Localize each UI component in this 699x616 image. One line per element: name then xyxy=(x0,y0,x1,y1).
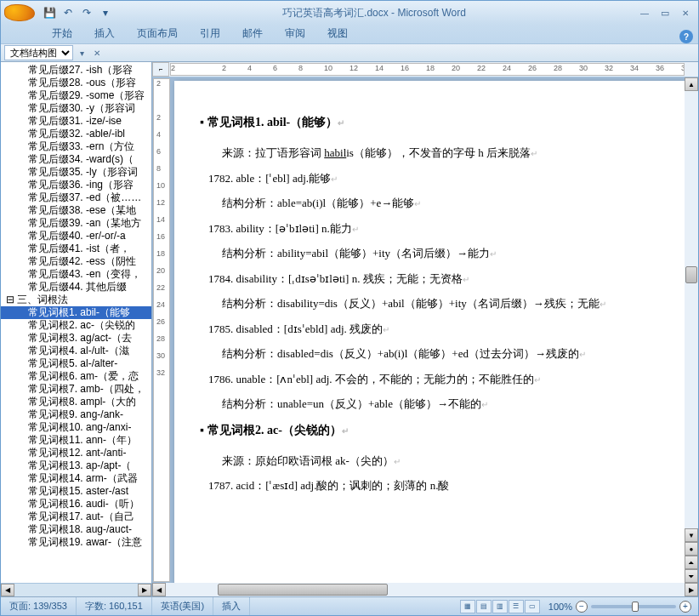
zoom-in-button[interactable]: + xyxy=(679,601,691,613)
nav-section[interactable]: 三、词根法 xyxy=(1,294,151,306)
nav-item[interactable]: 常见词根3. ag/act-（去 xyxy=(1,332,151,345)
nav-item[interactable]: 常见后缀34. -ward(s)（ xyxy=(1,153,151,166)
nav-item[interactable]: 常见后缀30. -y（形容词 xyxy=(1,102,151,115)
scroll-down-icon[interactable]: ▼ xyxy=(685,528,698,542)
nav-item[interactable]: 常见后缀40. -er/-or/-a xyxy=(1,230,151,242)
vertical-ruler[interactable]: 22468101214161820222426283032 xyxy=(153,78,170,582)
zoom-out-button[interactable]: − xyxy=(576,601,588,613)
zoom-handle[interactable] xyxy=(632,602,639,612)
nav-item[interactable]: 常见词根19. awar-（注意 xyxy=(1,536,151,549)
status-language[interactable]: 英语(美国) xyxy=(152,597,213,615)
status-page[interactable]: 页面: 139/353 xyxy=(1,597,77,615)
nav-item[interactable]: 常见后缀37. -ed（被…… xyxy=(1,191,151,204)
nav-item[interactable]: 常见词根6. am-（爱，恋 xyxy=(1,370,151,383)
tab-view[interactable]: 视图 xyxy=(317,24,358,43)
nav-item[interactable]: 常见词根10. ang-/anxi- xyxy=(1,421,151,434)
status-insert-mode[interactable]: 插入 xyxy=(213,597,250,615)
nav-item[interactable]: 常见词根18. aug-/auct- xyxy=(1,523,151,536)
scroll-right-icon[interactable]: ▶ xyxy=(685,583,698,596)
redo-icon[interactable]: ↷ xyxy=(79,5,94,20)
tab-insert[interactable]: 插入 xyxy=(84,24,125,43)
zoom-slider[interactable] xyxy=(591,605,676,608)
nav-item[interactable]: 常见词根1. abil-（能够 xyxy=(1,306,151,319)
tab-layout[interactable]: 页面布局 xyxy=(127,24,188,43)
horizontal-ruler[interactable]: 22468101214161820222426283032343638 xyxy=(170,63,685,76)
nav-item[interactable]: 常见词根8. ampl-（大的 xyxy=(1,396,151,408)
office-logo-icon[interactable] xyxy=(4,4,35,21)
nav-mode-select[interactable]: 文档结构图 xyxy=(4,45,73,60)
nav-item[interactable]: 常见后缀35. -ly（形容词 xyxy=(1,166,151,179)
entry-1784: 1784. disability：[ˌdɪsəˈbɪləti] n. 残疾；无能… xyxy=(208,271,668,288)
browse-object-icon[interactable]: ● xyxy=(685,542,698,556)
help-icon[interactable]: ? xyxy=(679,30,693,43)
ruler-toggle-icon[interactable]: ⌐ xyxy=(152,62,169,77)
nav-item[interactable]: 常见词根14. arm-（武器 xyxy=(1,472,151,485)
status-word-count[interactable]: 字数: 160,151 xyxy=(77,597,152,615)
nav-item[interactable]: 常见词根7. amb-（四处， xyxy=(1,383,151,396)
nav-item[interactable]: 常见后缀43. -en（变得， xyxy=(1,268,151,281)
horizontal-scrollbar[interactable]: ◀ ▶ xyxy=(152,583,698,596)
nav-item[interactable]: 常见后缀36. -ing（形容 xyxy=(1,179,151,191)
entry-1785-analysis: 结构分析：disabled=dis（反义）+ab(i)l（能够）+ed（过去分词… xyxy=(222,345,668,362)
nav-item[interactable]: 常见词根17. aut-（自己 xyxy=(1,510,151,523)
nav-item[interactable]: 常见词根15. aster-/ast xyxy=(1,485,151,498)
nav-item[interactable]: 常见后缀44. 其他后缀 xyxy=(1,281,151,294)
scroll-up-icon[interactable]: ▲ xyxy=(685,77,698,91)
nav-item[interactable]: 常见后缀31. -ize/-ise xyxy=(1,115,151,128)
close-button[interactable] xyxy=(676,6,695,20)
nav-item[interactable]: 常见后缀39. -an（某地方 xyxy=(1,217,151,230)
nav-item[interactable]: 常见后缀41. -ist（者， xyxy=(1,242,151,255)
tab-review[interactable]: 审阅 xyxy=(275,24,315,43)
nav-toolbar: 文档结构图 ▾ ✕ xyxy=(1,43,698,62)
statusbar: 页面: 139/353 字数: 160,151 英语(美国) 插入 ▦ ▤ ▥ … xyxy=(1,596,698,615)
document-viewport[interactable]: 常见词根1. abil-（能够）↵ 来源：拉丁语形容词 habilis（能够），… xyxy=(171,77,685,583)
maximize-button[interactable] xyxy=(656,6,674,20)
nav-list[interactable]: 常见后缀27. -ish（形容常见后缀28. -ous（形容常见后缀29. -s… xyxy=(1,62,151,583)
nav-item[interactable]: 常见词根4. al-/ult-（滋 xyxy=(1,345,151,357)
entry-1782: 1782. able：[ˈebl] adj.能够↵ xyxy=(208,170,668,187)
nav-item[interactable]: 常见词根5. al-/alter- xyxy=(1,357,151,370)
nav-item[interactable]: 常见词根13. ap-/apt-（ xyxy=(1,459,151,472)
next-page-icon[interactable]: ⏷ xyxy=(685,569,698,583)
tab-home[interactable]: 开始 xyxy=(42,24,82,43)
scroll-thumb[interactable] xyxy=(685,266,697,283)
minimize-button[interactable] xyxy=(635,6,654,20)
nav-item[interactable]: 常见词根11. ann-（年） xyxy=(1,434,151,447)
nav-item[interactable]: 常见后缀33. -ern（方位 xyxy=(1,140,151,153)
h-scroll-thumb[interactable] xyxy=(218,584,388,596)
page: 常见词根1. abil-（能够）↵ 来源：拉丁语形容词 habilis（能够），… xyxy=(174,81,685,583)
scroll-left-icon[interactable]: ◀ xyxy=(152,583,166,596)
nav-item[interactable]: 常见后缀28. -ous（形容 xyxy=(1,77,151,89)
heading-root-1: 常见词根1. abil-（能够）↵ xyxy=(200,113,668,131)
scroll-left-icon[interactable]: ◀ xyxy=(1,584,14,596)
nav-h-scrollbar[interactable]: ◀ ▶ xyxy=(1,583,151,596)
entry-1784-analysis: 结构分析：disability=dis（反义）+abil（能够）+ity（名词后… xyxy=(222,295,668,312)
view-draft-icon[interactable]: ▭ xyxy=(525,600,540,613)
nav-dropdown-icon[interactable]: ▾ xyxy=(75,46,88,60)
nav-item[interactable]: 常见后缀42. -ess（阴性 xyxy=(1,255,151,268)
zoom-level[interactable]: 100% xyxy=(548,602,572,612)
nav-item[interactable]: 常见后缀38. -ese（某地 xyxy=(1,204,151,217)
tab-mail[interactable]: 邮件 xyxy=(232,24,273,43)
view-reading-icon[interactable]: ▤ xyxy=(476,600,492,613)
prev-page-icon[interactable]: ⏶ xyxy=(685,556,698,569)
view-outline-icon[interactable]: ☰ xyxy=(509,600,524,613)
undo-icon[interactable]: ↶ xyxy=(60,5,76,20)
qat-dropdown-icon[interactable]: ▾ xyxy=(98,5,113,20)
view-web-icon[interactable]: ▥ xyxy=(492,600,508,613)
nav-close-icon[interactable]: ✕ xyxy=(90,46,104,60)
nav-item[interactable]: 常见词根9. ang-/ank- xyxy=(1,408,151,421)
nav-item[interactable]: 常见后缀32. -able/-ibl xyxy=(1,128,151,140)
para-source-2: 来源：原始印欧语词根 ak-（尖的）↵ xyxy=(222,453,668,470)
vertical-scrollbar[interactable]: ▲ ▼ ● ⏶ ⏷ xyxy=(685,77,698,583)
para-source-1: 来源：拉丁语形容词 habilis（能够），不发音的字母 h 后来脱落↵ xyxy=(222,145,668,162)
nav-item[interactable]: 常见词根12. ant-/anti- xyxy=(1,447,151,459)
nav-item[interactable]: 常见词根16. audi-（听） xyxy=(1,498,151,510)
nav-item[interactable]: 常见后缀27. -ish（形容 xyxy=(1,64,151,77)
save-icon[interactable]: 💾 xyxy=(42,5,57,20)
nav-item[interactable]: 常见词根2. ac-（尖锐的 xyxy=(1,319,151,332)
tab-references[interactable]: 引用 xyxy=(190,24,230,43)
nav-item[interactable]: 常见后缀29. -some（形容 xyxy=(1,89,151,102)
view-print-layout-icon[interactable]: ▦ xyxy=(460,600,475,613)
scroll-right-icon[interactable]: ▶ xyxy=(138,584,151,596)
